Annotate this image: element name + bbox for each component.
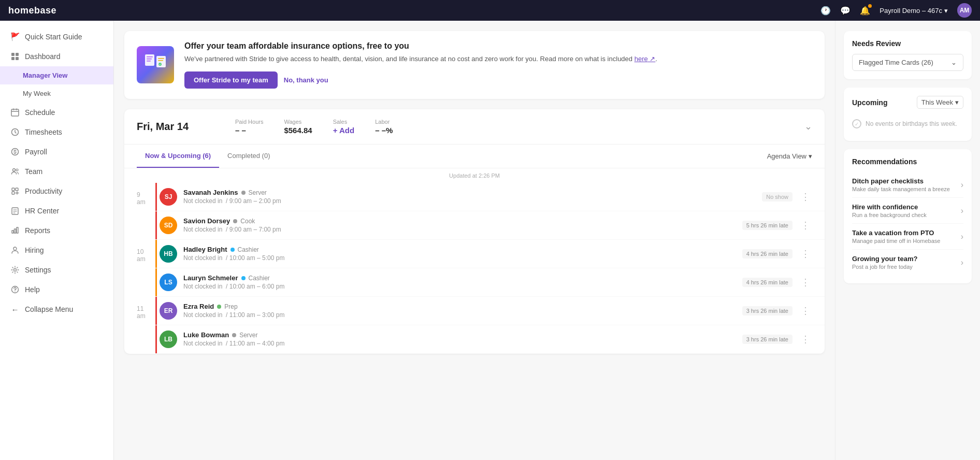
time-icon[interactable]: 🕐 (820, 6, 831, 16)
sidebar-item-payroll[interactable]: Payroll (0, 142, 113, 162)
role-dot (232, 333, 236, 337)
sidebar-item-team[interactable]: Team (0, 162, 113, 181)
svg-point-14 (14, 269, 17, 271)
main-content: Offer your team affordable insurance opt… (114, 21, 835, 460)
needs-review-title: Needs Review (852, 39, 963, 48)
employee-name: Lauryn Schmeler Cashier (183, 274, 736, 282)
rec-item-1[interactable]: Hire with confidence Run a free backgrou… (852, 198, 963, 224)
status-badge: 4 hrs 26 min late (742, 249, 792, 258)
avatar: HB (160, 245, 177, 263)
row-menu-button[interactable]: ⋮ (799, 334, 812, 345)
chevron-right-icon: › (961, 180, 963, 190)
labor-label: Labor (375, 119, 393, 125)
status-badge: 3 hrs 26 min late (742, 306, 792, 315)
rec-sub-1: Run a free background check (852, 212, 961, 218)
sidebar-item-hiring[interactable]: Hiring (0, 240, 113, 260)
location-selector[interactable]: Payroll Demo – 467c ▾ (880, 7, 948, 15)
sidebar-label-team: Team (25, 167, 42, 176)
clock-status: Not clocked in / 11:00 am – 4:00 pm (183, 340, 736, 347)
sidebar-item-productivity[interactable]: Productivity (0, 181, 113, 201)
sidebar-item-timesheets[interactable]: Timesheets (0, 122, 113, 142)
svg-rect-1 (16, 53, 19, 56)
paid-hours-value: – – (235, 126, 263, 135)
rec-item-2[interactable]: Take a vacation from PTO Manage paid tim… (852, 224, 963, 250)
clock-status: Not clocked in / 10:00 am – 5:00 pm (183, 254, 736, 262)
banner-content: Offer your team affordable insurance opt… (184, 41, 812, 89)
row-menu-button[interactable]: ⋮ (799, 277, 812, 288)
sidebar-item-settings[interactable]: Settings (0, 260, 113, 280)
banner-title: Offer your team affordable insurance opt… (184, 41, 812, 51)
tab-now-upcoming[interactable]: Now & Upcoming (6) (137, 145, 219, 168)
no-events-message: ✓ No events or birthdays this week. (852, 115, 963, 133)
week-selector[interactable]: This Week ▾ (917, 96, 963, 109)
update-timestamp: Updated at 2:26 PM (124, 168, 825, 183)
notification-icon[interactable]: 🔔 (860, 6, 870, 16)
role-label: Prep (224, 303, 237, 310)
employee-info: Savanah Jenkins Server Not clocked in / … (183, 189, 756, 205)
schedule-tabs: Now & Upcoming (6) Completed (0) Agenda … (124, 145, 825, 168)
sidebar-item-help[interactable]: Help (0, 280, 113, 299)
collapse-icon: ← (10, 305, 20, 314)
row-menu-button[interactable]: ⋮ (799, 191, 812, 203)
rec-item-0[interactable]: Ditch paper checklists Make daily task m… (852, 172, 963, 198)
sidebar-item-schedule[interactable]: Schedule (0, 103, 113, 122)
sales-value[interactable]: + Add (333, 126, 355, 135)
sidebar-item-reports[interactable]: Reports (0, 221, 113, 240)
svg-rect-18 (147, 56, 153, 58)
clock-status: Not clocked in / 9:00 am – 7:00 pm (183, 226, 736, 233)
row-menu-button[interactable]: ⋮ (799, 220, 812, 231)
rec-text-3: Growing your team? Post a job for free t… (852, 255, 961, 270)
table-row: SD Savion Dorsey Cook Not clocked in / 9… (155, 211, 825, 240)
sidebar-label-manager-view: Manager View (23, 71, 67, 79)
wages-label: Wages (284, 119, 312, 125)
user-avatar[interactable]: AM (957, 3, 972, 18)
status-badge: 3 hrs 26 min late (742, 335, 792, 344)
sidebar-item-manager-view[interactable]: Manager View (0, 66, 113, 84)
no-thanks-button[interactable]: No, thank you (284, 76, 328, 84)
rec-text-1: Hire with confidence Run a free backgrou… (852, 203, 961, 218)
chat-icon[interactable]: 💬 (840, 6, 851, 16)
sidebar-item-hr-center[interactable]: HR Center (0, 201, 113, 221)
sidebar-item-dashboard[interactable]: Dashboard (0, 47, 113, 66)
agenda-view-button[interactable]: Agenda View ▾ (767, 152, 812, 160)
help-icon (10, 285, 20, 294)
sidebar-label-settings: Settings (25, 266, 51, 274)
sidebar-label-timesheets: Timesheets (25, 128, 62, 136)
svg-rect-22 (158, 58, 164, 59)
sidebar-label-my-week: My Week (23, 90, 51, 97)
role-dot (241, 191, 246, 195)
table-row: LB Luke Bowman Server Not clocked in / 1… (155, 325, 825, 354)
svg-rect-20 (147, 61, 151, 62)
sidebar-item-my-week[interactable]: My Week (0, 84, 113, 103)
chevron-right-icon: › (961, 258, 963, 267)
banner-image (137, 46, 174, 83)
sidebar-label-dashboard: Dashboard (25, 52, 61, 61)
row-menu-button[interactable]: ⋮ (799, 305, 812, 317)
employee-info: Savion Dorsey Cook Not clocked in / 9:00… (183, 217, 736, 233)
offer-stride-button[interactable]: Offer Stride to my team (184, 71, 278, 89)
rec-item-3[interactable]: Growing your team? Post a job for free t… (852, 250, 963, 275)
tab-completed[interactable]: Completed (0) (219, 145, 278, 168)
row-menu-button[interactable]: ⋮ (799, 248, 812, 260)
role-label: Server (239, 332, 257, 339)
status-badge: No show (762, 192, 792, 202)
time-entries-11am: ER Ezra Reid Prep Not clocked in / 11:00… (155, 297, 825, 354)
employee-name: Luke Bowman Server (183, 331, 736, 339)
upcoming-title: Upcoming (852, 98, 887, 107)
schedule-list: 9 am SJ Savanah Jenkins Server Not clock… (124, 183, 825, 354)
hiring-icon (10, 246, 20, 255)
employee-name: Savanah Jenkins Server (183, 189, 756, 196)
dashboard-icon (10, 52, 20, 61)
flag-icon: 🚩 (10, 32, 20, 41)
sidebar-item-collapse[interactable]: ← Collapse Menu (0, 299, 113, 319)
reports-icon (10, 226, 20, 235)
banner-link[interactable]: here ↗ (635, 55, 656, 63)
sidebar-label-productivity: Productivity (25, 187, 62, 195)
rec-title-2: Take a vacation from PTO (852, 229, 961, 237)
expand-button[interactable]: ⌄ (804, 121, 812, 132)
sidebar-item-quick-start[interactable]: 🚩 Quick Start Guide (0, 27, 113, 47)
flagged-timecards-dropdown[interactable]: Flagged Time Cards (26) ⌄ (852, 54, 963, 71)
svg-point-13 (13, 247, 17, 250)
chevron-right-icon: › (961, 206, 963, 215)
clock-status: Not clocked in / 9:00 am – 2:00 pm (183, 197, 756, 205)
